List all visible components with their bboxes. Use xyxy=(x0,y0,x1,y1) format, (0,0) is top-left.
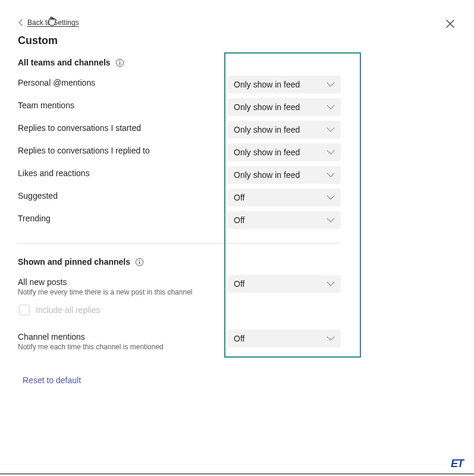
chevron-down-icon xyxy=(327,172,335,178)
page-title: Custom xyxy=(18,35,456,47)
dropdown-value: Off xyxy=(234,334,244,343)
all-new-posts-label: All new posts xyxy=(18,277,216,287)
setting-dropdown[interactable]: Only show in feed xyxy=(228,121,341,139)
setting-label: Trending xyxy=(18,214,216,223)
include-all-replies-label: Include all replies xyxy=(36,305,100,315)
setting-label: Replies to conversations I replied to xyxy=(18,146,216,155)
channel-mentions-sublabel: Notify me each time this channel is ment… xyxy=(18,343,216,351)
dropdown-value: Only show in feed xyxy=(234,125,300,134)
chevron-left-icon xyxy=(18,19,24,26)
chevron-down-icon xyxy=(327,149,335,155)
channel-mentions-dropdown[interactable]: Off xyxy=(228,330,341,347)
chevron-down-icon xyxy=(327,217,335,223)
chevron-down-icon xyxy=(327,82,335,87)
setting-dropdown[interactable]: Only show in feed xyxy=(228,98,341,116)
chevron-down-icon xyxy=(327,127,335,133)
svg-point-1 xyxy=(119,60,120,61)
dropdown-value: Only show in feed xyxy=(234,102,300,112)
setting-label: Likes and reactions xyxy=(18,168,216,178)
close-icon xyxy=(446,20,454,28)
svg-rect-5 xyxy=(139,261,140,264)
info-icon[interactable] xyxy=(115,58,124,67)
dropdown-value: Off xyxy=(234,193,244,202)
dropdown-value: Off xyxy=(234,215,244,225)
setting-dropdown[interactable]: Only show in feed xyxy=(228,76,341,93)
dropdown-value: Only show in feed xyxy=(234,170,300,180)
setting-label: Personal @mentions xyxy=(18,78,216,87)
reset-to-default-link[interactable]: Reset to default xyxy=(23,375,81,385)
setting-dropdown[interactable]: Only show in feed xyxy=(228,143,341,161)
include-all-replies-checkbox[interactable] xyxy=(19,305,30,315)
setting-dropdown[interactable]: Off xyxy=(228,211,341,229)
all-new-posts-sublabel: Notify me every time there is a new post… xyxy=(18,288,216,296)
back-to-settings-link[interactable]: Back to Settings xyxy=(27,18,79,27)
svg-point-4 xyxy=(139,259,140,261)
dropdown-value: Only show in feed xyxy=(234,80,300,89)
bottom-border xyxy=(0,474,474,474)
dropdown-value: Only show in feed xyxy=(234,148,300,157)
close-button[interactable] xyxy=(443,17,457,31)
chevron-down-icon xyxy=(327,281,335,287)
setting-dropdown[interactable]: Only show in feed xyxy=(228,166,341,184)
divider xyxy=(18,243,340,244)
setting-dropdown[interactable]: Off xyxy=(228,189,341,206)
section-all-teams-header: All teams and channels xyxy=(18,58,111,67)
svg-rect-2 xyxy=(119,62,120,65)
chevron-down-icon xyxy=(327,104,335,110)
info-icon[interactable] xyxy=(135,258,144,267)
setting-label: Suggested xyxy=(18,191,216,201)
setting-label: Team mentions xyxy=(18,101,216,110)
section-shown-pinned-header: Shown and pinned channels xyxy=(18,257,130,267)
chevron-down-icon xyxy=(327,195,335,201)
all-new-posts-dropdown[interactable]: Off xyxy=(228,275,341,293)
channel-mentions-label: Channel mentions xyxy=(18,332,216,342)
watermark: ET xyxy=(451,458,463,470)
setting-label: Replies to conversations I started xyxy=(18,123,216,133)
chevron-down-icon xyxy=(327,336,335,342)
dropdown-value: Off xyxy=(234,279,244,289)
